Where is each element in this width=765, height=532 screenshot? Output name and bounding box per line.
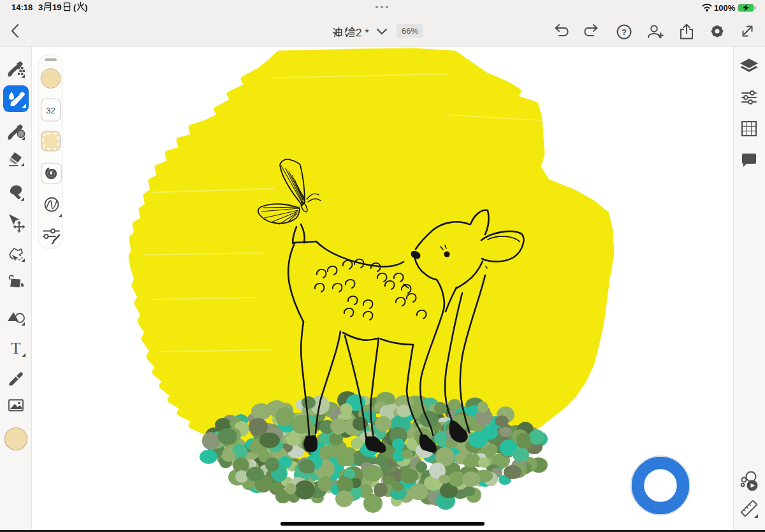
svg-text:): ) — [85, 3, 87, 12]
svg-text:32: 32 — [46, 106, 55, 115]
svg-text:?: ? — [622, 27, 627, 37]
svg-text:3: 3 — [38, 3, 43, 12]
svg-text:2 *: 2 * — [356, 27, 369, 39]
svg-text:100%: 100% — [714, 3, 736, 13]
svg-text:(: ( — [73, 3, 76, 12]
svg-text:T: T — [11, 340, 20, 357]
svg-text:66%: 66% — [402, 26, 418, 36]
svg-text:19: 19 — [52, 3, 61, 12]
svg-text:14:18: 14:18 — [11, 3, 33, 12]
